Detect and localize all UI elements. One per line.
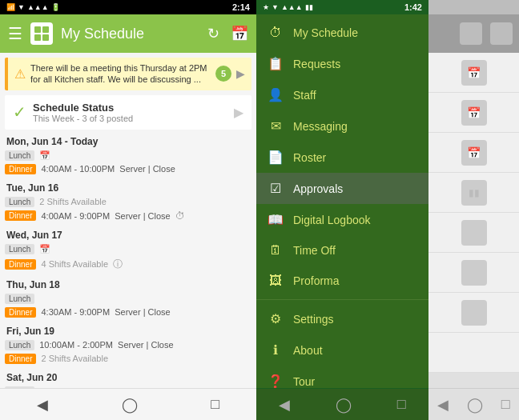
day-header-wed: Wed, Jun 17: [5, 226, 251, 242]
battery-icon: ▮▮: [305, 3, 313, 11]
menu-label: Staff: [293, 89, 417, 102]
shift-row: Dinner 2 Shifts Available: [5, 352, 251, 366]
menu-item-staff[interactable]: 👤 Staff: [256, 79, 428, 110]
recent-nav-button[interactable]: □: [211, 396, 219, 413]
calendar-small-icon: 📅: [39, 150, 50, 161]
menu-item-approvals[interactable]: ☑ Approvals: [256, 173, 428, 204]
menu-item-roster[interactable]: 📄 Roster: [256, 142, 428, 173]
right-topbar-icon: [460, 22, 482, 45]
shift-info: 2 Shifts Available: [39, 197, 107, 206]
schedule-status-title: Schedule Status: [33, 102, 133, 114]
right-item-1: 📅: [428, 53, 519, 93]
messaging-icon: ✉: [268, 118, 284, 134]
menu-label: Time Off: [293, 244, 417, 257]
battery-icon: 🔋: [51, 3, 60, 11]
right-back-button[interactable]: ◀: [437, 396, 449, 414]
signal-icon: ▲▲▲: [27, 3, 49, 11]
menu-item-time-off[interactable]: 🗓 Time Off: [256, 235, 428, 266]
menu-label: Settings: [293, 313, 417, 326]
mid-time: 1:42: [404, 2, 422, 12]
shift-badge-lunch: Lunch: [5, 150, 34, 161]
menu-label: Messaging: [293, 120, 417, 133]
shift-row: Lunch 📅: [5, 149, 251, 162]
shift-row: Dinner 4:30AM - 9:00PM Server | Close: [5, 306, 251, 319]
staff-icon: 👤: [268, 87, 284, 102]
right-home-button[interactable]: ◯: [467, 396, 483, 414]
menu-label: Requests: [293, 58, 417, 70]
menu-label: Digital Logbook: [293, 214, 417, 226]
menu-item-proforma[interactable]: 🖼 Proforma: [256, 266, 428, 296]
right-item-5: [428, 213, 519, 253]
notification-bar[interactable]: ⚠ There will be a meeting this Thursday …: [5, 58, 251, 90]
shift-badge-lunch: Lunch: [5, 244, 34, 254]
menu-label: My Schedule: [293, 26, 417, 39]
wifi-icon: ▼: [272, 3, 279, 11]
hamburger-icon[interactable]: ☰: [8, 24, 22, 43]
home-nav-button[interactable]: ◯: [336, 396, 352, 414]
shift-detail: 4:00AM - 10:00PM Server | Close: [41, 164, 175, 174]
right-nav: ◀ ◯ □: [428, 388, 519, 420]
right-item-icon-5: [461, 220, 487, 246]
top-icons: ↻ 📅: [207, 25, 248, 42]
right-recent-button[interactable]: □: [501, 396, 510, 413]
schedule-status-text: Schedule Status This Week - 3 of 3 poste…: [33, 102, 133, 123]
day-section-tue: Tue, Jun 16 Lunch 2 Shifts Available Din…: [5, 179, 251, 223]
right-panel: 📅 📅 📅 ▮▮ ◀ ◯ □: [428, 0, 519, 420]
refresh-icon[interactable]: ↻: [207, 25, 219, 42]
shift-badge-lunch: Lunch: [5, 197, 34, 207]
tour-icon: ❓: [268, 374, 284, 388]
day-section-sat: Sat, Jun 20 Lunch: [5, 369, 251, 388]
schedule-status-left: ✓ Schedule Status This Week - 3 of 3 pos…: [13, 102, 133, 123]
menu-item-about[interactable]: ℹ About: [256, 334, 428, 366]
about-icon: ℹ: [268, 342, 284, 358]
schedule-status[interactable]: ✓ Schedule Status This Week - 3 of 3 pos…: [5, 95, 251, 130]
day-header-sat: Sat, Jun 20: [5, 369, 251, 385]
menu-label: Tour: [293, 375, 417, 388]
wifi-icon: ▼: [18, 3, 25, 11]
right-item-2: 📅: [428, 93, 519, 133]
shift-badge-dinner: Dinner: [5, 307, 36, 318]
menu-item-messaging[interactable]: ✉ Messaging: [256, 110, 428, 142]
recent-nav-button[interactable]: □: [397, 396, 406, 413]
menu-item-settings[interactable]: ⚙ Settings: [256, 303, 428, 334]
menu-list: ⏱ My Schedule 📋 Requests 👤 Staff ✉ Messa…: [256, 14, 428, 388]
shift-badge-dinner: Dinner: [5, 164, 36, 174]
day-section-wed: Wed, Jun 17 Lunch 📅 Dinner 4 Shifts Avai…: [5, 226, 251, 273]
right-item-8: [428, 333, 519, 373]
calendar-small-icon: 📅: [39, 244, 50, 254]
back-nav-button[interactable]: ◀: [37, 396, 48, 414]
right-item-icon-6: [461, 260, 487, 286]
menu-label: About: [293, 344, 417, 357]
menu-item-my-schedule[interactable]: ⏱ My Schedule: [256, 18, 428, 48]
shift-row: Dinner 4 Shifts Available ⓘ: [5, 256, 251, 273]
clock-icon: ⏱: [175, 210, 185, 222]
shift-row: Dinner 4:00AM - 9:00PM Server | Close ⏱: [5, 209, 251, 223]
schedule-check-icon: ✓: [13, 102, 26, 122]
menu-item-tour[interactable]: ❓ Tour: [256, 366, 428, 388]
shift-detail: 10:00AM - 2:00PM Server | Close: [39, 340, 173, 350]
shift-row: Lunch 2 Shifts Available: [5, 195, 251, 209]
day-section-mon: Mon, Jun 14 - Today Lunch 📅 Dinner 4:00A…: [5, 133, 251, 176]
shift-info: 4 Shifts Available: [41, 259, 108, 269]
back-nav-button[interactable]: ◀: [279, 396, 290, 414]
shift-badge-dinner: Dinner: [5, 259, 36, 270]
shift-badge-dinner: Dinner: [5, 354, 36, 364]
menu-item-requests[interactable]: 📋 Requests: [256, 48, 428, 79]
menu-divider: [256, 299, 428, 300]
settings-icon: ⚙: [268, 311, 284, 326]
right-item-icon-7: [461, 300, 487, 326]
day-header-tue: Tue, Jun 16: [5, 179, 251, 195]
day-header-mon: Mon, Jun 14 - Today: [5, 133, 251, 149]
menu-item-digital-logbook[interactable]: 📖 Digital Logbook: [256, 204, 428, 235]
shift-info: 2 Shifts Available: [41, 354, 108, 363]
right-item-3: 📅: [428, 133, 519, 173]
shift-row: Lunch 10:00AM - 2:00PM Server | Close: [5, 338, 251, 352]
day-header-fri: Fri, Jun 19: [5, 322, 251, 338]
calendar-icon[interactable]: 📅: [231, 25, 248, 42]
right-item-4: ▮▮: [428, 173, 519, 213]
home-nav-button[interactable]: ◯: [122, 396, 138, 414]
right-statusbar: [428, 0, 519, 14]
right-item-7: [428, 293, 519, 333]
schedule-list: Mon, Jun 14 - Today Lunch 📅 Dinner 4:00A…: [0, 133, 256, 388]
shift-row: Dinner 4:00AM - 10:00PM Server | Close: [5, 162, 251, 176]
